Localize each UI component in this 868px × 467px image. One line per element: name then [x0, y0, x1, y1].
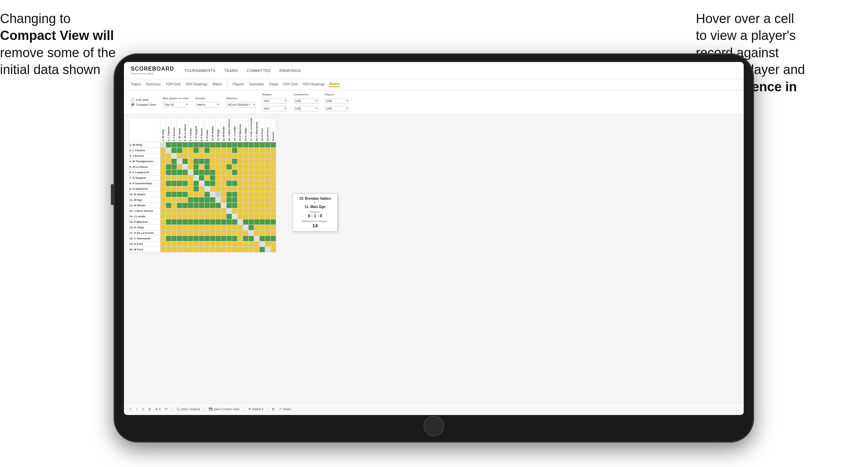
- cell-7-12[interactable]: [227, 181, 232, 186]
- cell-2-20[interactable]: [271, 153, 276, 159]
- sub-nav-h2hheatmap-right[interactable]: H2H Heatmap: [303, 82, 324, 87]
- cell-14-14[interactable]: [238, 219, 243, 225]
- cell-8-9[interactable]: [210, 186, 216, 192]
- cell-19-13[interactable]: [232, 247, 238, 252]
- cell-18-11[interactable]: [221, 241, 227, 247]
- cell-14-16[interactable]: [249, 219, 254, 225]
- cell-15-17[interactable]: [254, 225, 260, 230]
- cell-6-16[interactable]: [249, 175, 254, 181]
- cell-17-18[interactable]: [260, 236, 265, 241]
- nav-committee[interactable]: COMMITTEE: [247, 69, 271, 73]
- cell-19-4[interactable]: [182, 247, 188, 252]
- cell-2-18[interactable]: [260, 153, 265, 159]
- cell-11-5[interactable]: [188, 203, 194, 208]
- cell-10-17[interactable]: [254, 197, 260, 203]
- cell-1-16[interactable]: [249, 148, 254, 153]
- cell-13-20[interactable]: [271, 214, 276, 219]
- cell-13-16[interactable]: [249, 214, 254, 219]
- cell-14-8[interactable]: [205, 219, 210, 225]
- cell-7-17[interactable]: [254, 181, 260, 186]
- cell-4-17[interactable]: [254, 164, 260, 170]
- cell-8-14[interactable]: [238, 186, 243, 192]
- cell-7-4[interactable]: [182, 181, 188, 186]
- cell-13-19[interactable]: [265, 214, 271, 219]
- cell-5-20[interactable]: [271, 170, 276, 175]
- cell-3-8[interactable]: [205, 159, 210, 164]
- cell-6-15[interactable]: [243, 175, 249, 181]
- players-select-1[interactable]: (All): [325, 98, 349, 104]
- cell-10-15[interactable]: [243, 197, 249, 203]
- cell-1-5[interactable]: [188, 148, 194, 153]
- cell-14-12[interactable]: [227, 219, 232, 225]
- cell-5-4[interactable]: [182, 170, 188, 175]
- cell-1-9[interactable]: [210, 148, 216, 153]
- cell-19-3[interactable]: [177, 247, 182, 252]
- cell-6-13[interactable]: [232, 175, 238, 181]
- cell-17-8[interactable]: [205, 236, 210, 241]
- cell-8-16[interactable]: [249, 186, 254, 192]
- cell-18-0[interactable]: [160, 241, 166, 247]
- cell-6-8[interactable]: [205, 175, 210, 181]
- cell-16-9[interactable]: [210, 230, 216, 236]
- cell-10-14[interactable]: [238, 197, 243, 203]
- cell-17-7[interactable]: [199, 236, 205, 241]
- cell-2-13[interactable]: [232, 153, 238, 159]
- full-view-option[interactable]: Full View: [131, 98, 156, 102]
- cell-3-1[interactable]: [166, 159, 171, 164]
- cell-14-10[interactable]: [216, 219, 221, 225]
- cell-13-15[interactable]: [243, 214, 249, 219]
- cell-13-6[interactable]: [194, 214, 199, 219]
- share-button[interactable]: ↗ Share: [279, 407, 291, 411]
- cell-7-1[interactable]: [166, 181, 171, 186]
- cell-5-10[interactable]: [216, 170, 221, 175]
- cell-12-12[interactable]: [227, 208, 232, 214]
- cell-12-4[interactable]: [182, 208, 188, 214]
- cell-10-10[interactable]: [216, 197, 221, 203]
- cell-5-19[interactable]: [265, 170, 271, 175]
- cell-4-19[interactable]: [265, 164, 271, 170]
- cell-11-10[interactable]: [216, 203, 221, 208]
- cell-12-6[interactable]: [194, 208, 199, 214]
- nav-rankings[interactable]: RANKINGS: [280, 69, 301, 73]
- cell-3-9[interactable]: [210, 159, 216, 164]
- cell-0-17[interactable]: [254, 142, 260, 148]
- cell-2-11[interactable]: [221, 153, 227, 159]
- cell-19-5[interactable]: [188, 247, 194, 252]
- cell-1-3[interactable]: [177, 148, 182, 153]
- cell-7-10[interactable]: [216, 181, 221, 186]
- cell-11-11[interactable]: [221, 203, 227, 208]
- cell-17-5[interactable]: [188, 236, 194, 241]
- cell-3-12[interactable]: [227, 159, 232, 164]
- players-select-wrapper-1[interactable]: (All): [325, 97, 349, 104]
- cell-16-18[interactable]: [260, 230, 265, 236]
- cell-3-14[interactable]: [238, 159, 243, 164]
- cell-5-2[interactable]: [171, 170, 177, 175]
- cell-15-6[interactable]: [194, 225, 199, 230]
- cell-2-7[interactable]: [199, 153, 205, 159]
- cell-1-17[interactable]: [254, 148, 260, 153]
- cell-13-9[interactable]: [210, 214, 216, 219]
- cell-19-1[interactable]: [166, 247, 171, 252]
- cell-7-9[interactable]: [210, 181, 216, 186]
- cell-6-3[interactable]: [177, 175, 182, 181]
- cell-1-2[interactable]: [171, 148, 177, 153]
- cell-13-8[interactable]: [205, 214, 210, 219]
- compact-view-option[interactable]: Compact View: [131, 103, 156, 106]
- compact-view-radio[interactable]: [131, 103, 134, 106]
- cell-17-16[interactable]: [249, 236, 254, 241]
- cell-16-2[interactable]: [171, 230, 177, 236]
- cell-6-11[interactable]: [221, 175, 227, 181]
- watch-button[interactable]: 👁 Watch ▾: [248, 407, 264, 411]
- cell-14-3[interactable]: [177, 219, 182, 225]
- cell-11-15[interactable]: [243, 203, 249, 208]
- cell-1-0[interactable]: [160, 148, 166, 153]
- cell-6-4[interactable]: [182, 175, 188, 181]
- cell-3-11[interactable]: [221, 159, 227, 164]
- cell-19-10[interactable]: [216, 247, 221, 252]
- cell-13-11[interactable]: [221, 214, 227, 219]
- cell-7-14[interactable]: [238, 181, 243, 186]
- sub-nav-h2hgrid-left[interactable]: H2H Grid: [166, 82, 180, 87]
- cell-4-7[interactable]: [199, 164, 205, 170]
- cell-2-14[interactable]: [238, 153, 243, 159]
- cell-9-17[interactable]: [254, 192, 260, 197]
